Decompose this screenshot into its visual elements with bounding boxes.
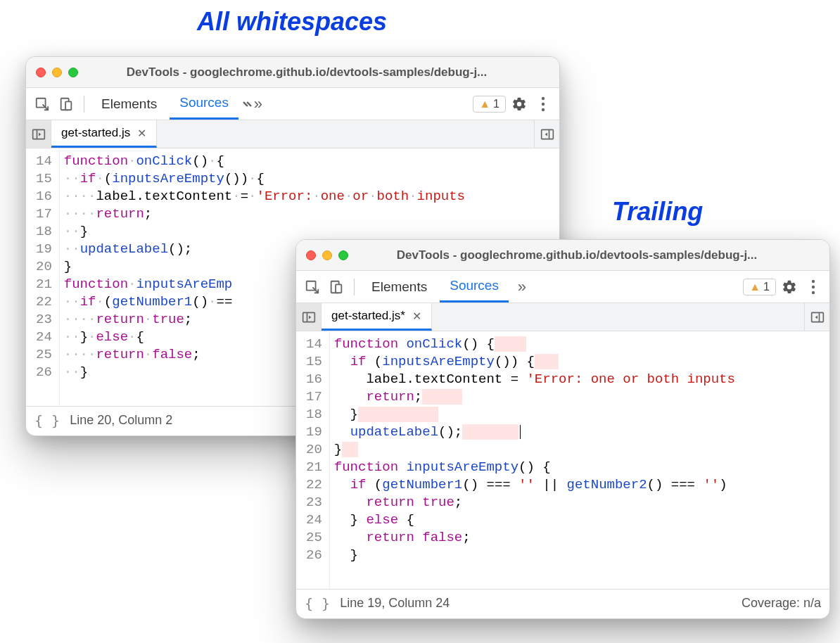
- status-bar: { } Line 19, Column 24 Coverage: n/a: [296, 589, 829, 617]
- more-tabs-icon[interactable]: »: [511, 276, 533, 298]
- device-toggle-icon[interactable]: [326, 276, 347, 298]
- tab-elements[interactable]: Elements: [362, 271, 437, 303]
- separator: [84, 96, 84, 113]
- zoom-window-button[interactable]: [338, 250, 348, 260]
- close-window-button[interactable]: [306, 250, 316, 260]
- settings-icon[interactable]: [779, 276, 800, 298]
- warning-count: 1: [763, 281, 770, 293]
- close-file-icon[interactable]: ✕: [412, 310, 421, 323]
- minimize-window-button[interactable]: [322, 250, 332, 260]
- coverage-status: Coverage: n/a: [742, 596, 821, 611]
- close-file-icon[interactable]: ✕: [137, 127, 146, 140]
- file-tab[interactable]: get-started.js ✕: [51, 120, 157, 148]
- warning-icon: ▲: [479, 98, 490, 110]
- tab-sources[interactable]: Sources: [170, 88, 238, 120]
- tab-sources[interactable]: Sources: [440, 271, 509, 303]
- kebab-menu-icon[interactable]: [533, 94, 554, 115]
- issues-badge[interactable]: ▲ 1: [473, 96, 506, 113]
- inspect-element-icon[interactable]: [32, 94, 53, 115]
- window-title: DevTools - googlechrome.github.io/devtoo…: [355, 248, 820, 262]
- settings-icon[interactable]: [509, 94, 530, 115]
- cursor-position: Line 19, Column 24: [340, 596, 450, 611]
- file-tab[interactable]: get-started.js* ✕: [322, 303, 432, 331]
- traffic-lights: [36, 68, 78, 77]
- separator: [354, 279, 355, 295]
- navigator-toggle-icon[interactable]: [296, 303, 322, 331]
- titlebar: DevTools - googlechrome.github.io/devtoo…: [26, 57, 559, 88]
- more-tabs-icon[interactable]: »: [241, 94, 262, 115]
- devtools-toolbar: Elements Sources » ▲ 1: [296, 271, 829, 303]
- titlebar: DevTools - googlechrome.github.io/devtoo…: [296, 240, 829, 271]
- pretty-print-icon[interactable]: { }: [305, 595, 330, 612]
- traffic-lights: [306, 250, 348, 260]
- issues-badge[interactable]: ▲ 1: [743, 279, 776, 295]
- svg-rect-10: [336, 284, 341, 293]
- navigator-toggle-icon[interactable]: [26, 120, 51, 148]
- svg-point-3: [542, 96, 545, 99]
- pretty-print-icon[interactable]: { }: [34, 412, 60, 429]
- svg-rect-2: [65, 101, 71, 110]
- minimize-window-button[interactable]: [52, 68, 62, 77]
- code-content[interactable]: function onClick() { if (inputsAreEmpty(…: [330, 331, 735, 589]
- line-gutter: 14151617181920212223242526: [296, 331, 330, 589]
- line-gutter: 14151617181920212223242526: [26, 148, 60, 406]
- file-tabs-bar: get-started.js ✕: [26, 120, 559, 148]
- window-title: DevTools - googlechrome.github.io/devtoo…: [85, 65, 549, 79]
- file-tabs-bar: get-started.js* ✕: [296, 303, 829, 331]
- show-debugger-icon[interactable]: [534, 120, 559, 148]
- svg-point-12: [812, 285, 815, 288]
- svg-point-13: [812, 291, 815, 293]
- file-name: get-started.js*: [331, 309, 405, 323]
- cursor-position: Line 20, Column 2: [70, 413, 172, 428]
- svg-point-5: [542, 108, 545, 110]
- tab-elements[interactable]: Elements: [91, 88, 167, 120]
- code-editor[interactable]: 14151617181920212223242526 function onCl…: [296, 331, 829, 589]
- annotation-trailing: Trailing: [612, 197, 703, 227]
- svg-point-4: [542, 102, 545, 105]
- inspect-element-icon[interactable]: [302, 276, 323, 298]
- devtools-toolbar: Elements Sources » ▲ 1: [26, 88, 559, 120]
- warning-count: 1: [493, 98, 499, 110]
- devtools-window-trailing: DevTools - googlechrome.github.io/devtoo…: [295, 239, 830, 619]
- warning-icon: ▲: [749, 281, 761, 293]
- svg-point-11: [812, 279, 815, 282]
- file-name: get-started.js: [61, 126, 130, 140]
- show-debugger-icon[interactable]: [804, 303, 829, 331]
- annotation-all-whitespaces: All whitespaces: [197, 7, 387, 37]
- kebab-menu-icon[interactable]: [803, 276, 824, 298]
- zoom-window-button[interactable]: [68, 68, 78, 77]
- close-window-button[interactable]: [36, 68, 46, 77]
- device-toggle-icon[interactable]: [56, 94, 77, 115]
